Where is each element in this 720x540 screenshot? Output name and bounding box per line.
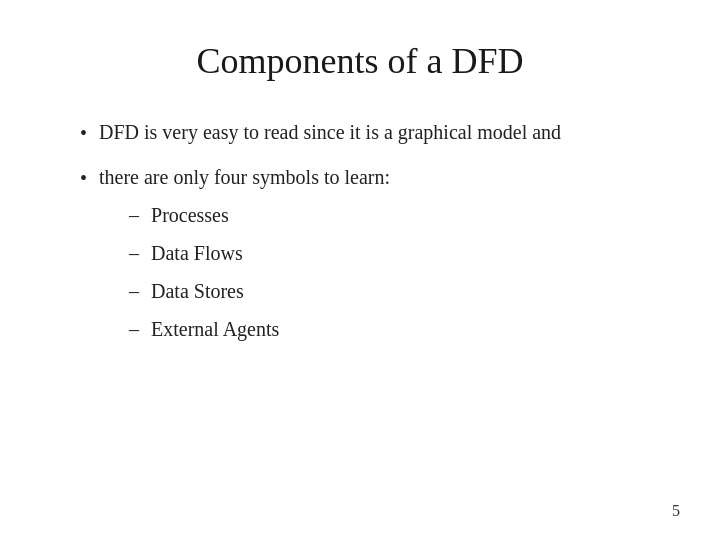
sub-item-text-2: Data Flows xyxy=(151,239,243,267)
content-area: • DFD is very easy to read since it is a… xyxy=(80,118,660,353)
sub-list: – Processes – Data Flows – Data Stores –… xyxy=(129,201,660,343)
sub-item-text-1: Processes xyxy=(151,201,229,229)
dash-1: – xyxy=(129,201,139,229)
page-number: 5 xyxy=(672,502,680,520)
sub-item-2: – Data Flows xyxy=(129,239,660,267)
slide-title: Components of a DFD xyxy=(60,40,660,82)
dash-3: – xyxy=(129,277,139,305)
sub-item-text-4: External Agents xyxy=(151,315,279,343)
slide: Components of a DFD • DFD is very easy t… xyxy=(0,0,720,540)
sub-item-3: – Data Stores xyxy=(129,277,660,305)
bullet-symbol-2: • xyxy=(80,164,87,192)
bullet-text-1: DFD is very easy to read since it is a g… xyxy=(99,118,660,146)
dash-2: – xyxy=(129,239,139,267)
sub-item-1: – Processes xyxy=(129,201,660,229)
dash-4: – xyxy=(129,315,139,343)
bullet-symbol-1: • xyxy=(80,119,87,147)
bullet-text-2: there are only four symbols to learn: – … xyxy=(99,163,660,353)
sub-item-4: – External Agents xyxy=(129,315,660,343)
bullet-item-1: • DFD is very easy to read since it is a… xyxy=(80,118,660,147)
bullet-item-2: • there are only four symbols to learn: … xyxy=(80,163,660,353)
sub-item-text-3: Data Stores xyxy=(151,277,244,305)
